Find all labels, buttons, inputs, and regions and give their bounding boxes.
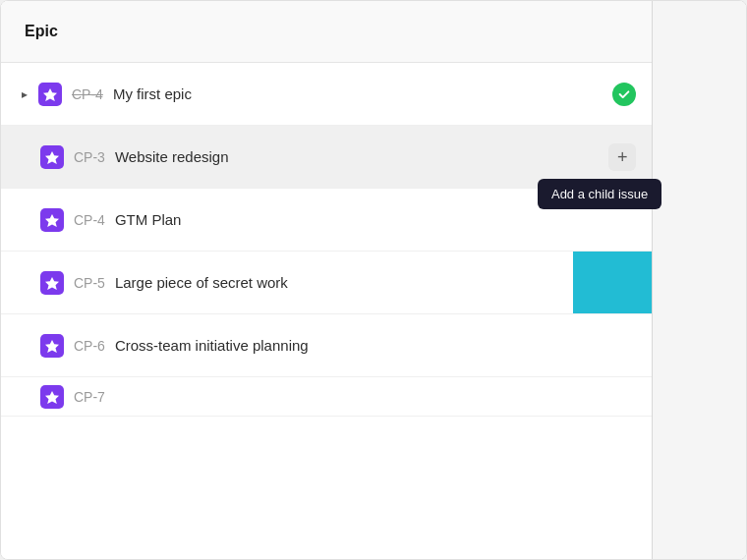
- right-panel: [653, 1, 746, 559]
- svg-marker-5: [45, 390, 59, 403]
- issue-id-cp4-epic: CP-4: [72, 86, 103, 102]
- progress-bar-cp5: [573, 252, 652, 313]
- cp6-icon: [40, 334, 64, 358]
- svg-marker-0: [43, 87, 57, 100]
- header-title: Epic: [25, 23, 58, 39]
- issue-title-cp4: GTM Plan: [115, 211, 636, 228]
- row-cp5[interactable]: CP-5 Large piece of secret work: [1, 252, 652, 314]
- issue-title-cp5: Large piece of secret work: [115, 274, 636, 291]
- main-container: Epic ▸ CP-4 My first epic: [0, 0, 747, 560]
- issue-id-cp6: CP-6: [74, 338, 105, 354]
- header-row: Epic: [1, 1, 652, 63]
- issue-id-cp3: CP-3: [74, 149, 105, 165]
- add-child-button[interactable]: +: [608, 143, 636, 171]
- issue-title-cp6: Cross-team initiative planning: [115, 337, 636, 354]
- svg-marker-1: [45, 150, 59, 163]
- row-cp7-partial[interactable]: CP-7: [1, 377, 652, 417]
- svg-marker-3: [45, 276, 59, 289]
- issue-id-cp5: CP-5: [74, 275, 105, 291]
- issue-title-epic: My first epic: [113, 85, 612, 102]
- rows-container: ▸ CP-4 My first epic: [1, 63, 652, 417]
- svg-marker-4: [45, 339, 59, 352]
- chevron-icon: ▸: [17, 86, 32, 102]
- cp5-icon: [40, 271, 64, 295]
- cp4-icon: [40, 208, 64, 232]
- cp3-icon: [40, 145, 64, 169]
- done-icon: [612, 83, 636, 106]
- row-cp6[interactable]: CP-6 Cross-team initiative planning: [1, 314, 652, 377]
- issue-title-cp3: Website redesign: [115, 148, 608, 165]
- row-cp4[interactable]: CP-4 GTM Plan: [1, 189, 652, 252]
- cp7-icon: [40, 385, 64, 409]
- left-panel: Epic ▸ CP-4 My first epic: [1, 1, 653, 559]
- issue-id-cp7: CP-7: [74, 389, 105, 405]
- epic-icon: [38, 83, 62, 106]
- issue-id-cp4: CP-4: [74, 212, 105, 228]
- svg-marker-2: [45, 213, 59, 226]
- row-epic[interactable]: ▸ CP-4 My first epic: [1, 63, 652, 126]
- row-cp3[interactable]: CP-3 Website redesign + Add a child issu…: [1, 126, 652, 189]
